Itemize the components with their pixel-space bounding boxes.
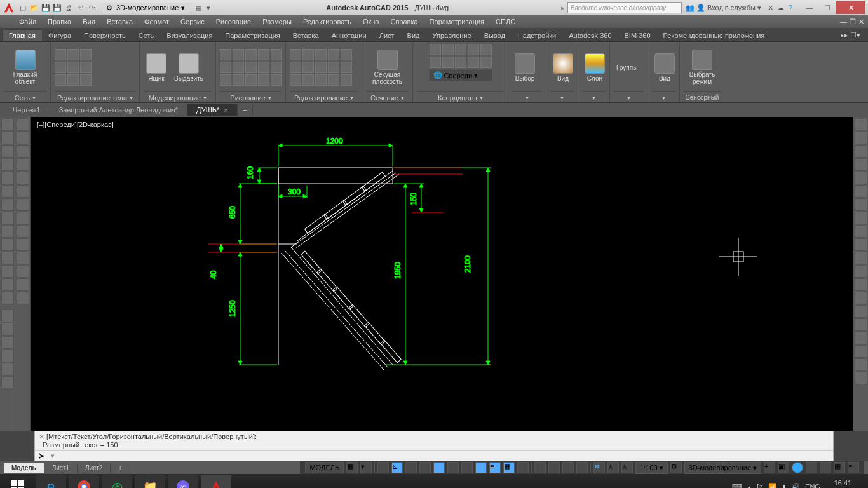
se-7[interactable] (55, 74, 66, 86)
doc-tab-1[interactable]: Чертеж1 (4, 104, 50, 116)
tray-flag-icon[interactable]: 🏳 (756, 483, 763, 488)
md-13[interactable] (315, 74, 327, 86)
md-9[interactable] (328, 62, 339, 73)
sb-anno[interactable]: ✲ (593, 462, 605, 473)
saveas-icon[interactable]: 💾 (52, 3, 62, 13)
menu-format[interactable]: Формат (144, 18, 169, 25)
panel-mesh-title[interactable]: Сеть ▾ (4, 91, 46, 102)
lt2-2[interactable] (17, 132, 29, 144)
menu-help[interactable]: Справка (390, 18, 417, 25)
exchange-icon[interactable]: ✕ (765, 3, 775, 13)
menu-file[interactable]: Файл (19, 18, 36, 25)
panel-solidedit-title[interactable]: Редактирование тела ▾ (55, 91, 135, 102)
tab-layout2[interactable]: Лист2 (78, 463, 111, 473)
tray-lang[interactable]: ENG (805, 483, 820, 488)
panel-sel-title[interactable]: ▾ (512, 91, 542, 102)
sb-ortho[interactable]: ⊾ (391, 462, 403, 473)
lt1-2[interactable] (1, 132, 14, 144)
rt-12[interactable] (855, 265, 867, 278)
lt1-1[interactable] (1, 118, 14, 131)
sb-osnap[interactable] (433, 462, 445, 473)
new-icon[interactable]: ▢ (18, 3, 28, 13)
rt-11[interactable] (855, 252, 867, 264)
lt2-10[interactable] (17, 238, 29, 251)
md-4[interactable] (328, 49, 339, 60)
panel-view-title[interactable]: ▾ (550, 91, 574, 102)
rt-6[interactable] (855, 185, 867, 198)
panel-modeling-title[interactable]: Моделирование ▾ (144, 91, 212, 102)
md-11[interactable] (290, 74, 301, 86)
lt2-3[interactable] (17, 145, 29, 158)
sb-model[interactable]: МОДЕЛЬ (305, 462, 344, 473)
menu-dimension[interactable]: Размеры (262, 18, 292, 25)
sb-anno3[interactable]: ⋏ (621, 462, 633, 473)
tray-clock[interactable]: 16:41 22.09.2016 (825, 479, 860, 488)
rt-9[interactable] (855, 225, 867, 238)
se-9[interactable] (80, 74, 92, 86)
tab-annotate[interactable]: Аннотации (325, 30, 373, 41)
md-10[interactable] (341, 62, 352, 73)
sb-cust[interactable]: ▦ (834, 462, 845, 473)
taskbar-explorer[interactable]: 📁 (135, 475, 165, 488)
plot-icon[interactable]: 🖨 (64, 3, 74, 13)
rt-18[interactable] (855, 345, 867, 358)
lt2-4[interactable] (17, 158, 29, 171)
command-line[interactable]: ✕ [Мтекст/Текст/Угол/Горизонтальный/Верт… (34, 431, 834, 461)
workspace-selector[interactable]: ⚙ 3D-моделирование ▾ (102, 3, 189, 13)
panel-coords-title[interactable]: Координаты ▾ (417, 91, 504, 102)
tab-layout1[interactable]: Лист1 (44, 463, 78, 473)
lt1-20[interactable] (1, 376, 14, 389)
save-icon[interactable]: 💾 (41, 3, 51, 13)
tab-manage[interactable]: Управление (426, 30, 477, 41)
lt1-8[interactable] (1, 212, 14, 224)
lt2-14[interactable] (17, 292, 29, 304)
lt1-4[interactable] (1, 158, 14, 171)
taskbar-autocad[interactable] (201, 475, 231, 488)
dr-6[interactable] (220, 62, 231, 73)
md-5[interactable] (341, 49, 352, 60)
ribbon-overflow[interactable]: ▸▸ ☐▾ (836, 29, 865, 41)
layers-button[interactable]: Слои (582, 52, 607, 83)
sb-otrack[interactable] (447, 462, 459, 473)
rt-15[interactable] (855, 305, 867, 318)
tab-insert[interactable]: Вставка (287, 30, 325, 41)
panel-view2-title[interactable]: ▾ (652, 91, 675, 102)
selection-button[interactable]: Выбор (512, 52, 538, 83)
dr-2[interactable] (233, 49, 244, 60)
tray-expand-icon[interactable]: ▴ (747, 483, 751, 489)
doc-restore-button[interactable]: ❐ (850, 18, 856, 26)
panel-draw-title[interactable]: Рисование ▾ (220, 91, 281, 102)
dr-4[interactable] (258, 49, 269, 60)
section-plane-button[interactable]: Секущая плоскость (366, 48, 409, 86)
lt1-5[interactable] (1, 172, 14, 184)
rt-14[interactable] (855, 292, 867, 304)
tab-addins[interactable]: Надстройки (512, 30, 562, 41)
lt1-6[interactable] (1, 185, 14, 198)
taskbar-viber[interactable]: ✆ (168, 475, 198, 488)
sb-dropdown-1[interactable]: ▾ (360, 462, 372, 473)
lt2-11[interactable] (17, 252, 29, 264)
md-15[interactable] (341, 74, 352, 86)
ucs-7[interactable] (442, 57, 454, 68)
lt1-16[interactable] (1, 323, 14, 336)
sb-menu[interactable]: ≡ (848, 462, 859, 473)
dr-14[interactable] (258, 74, 269, 86)
tab-layout[interactable]: Лист (373, 30, 401, 41)
a360-icon[interactable]: ☁ (775, 3, 785, 13)
ucs-9[interactable] (468, 57, 479, 68)
doc-minimize-button[interactable]: — (840, 18, 847, 26)
tab-parametric[interactable]: Параметризация (219, 30, 286, 41)
menu-view[interactable]: Вид (83, 18, 95, 25)
sb-grid[interactable]: ▦ (346, 462, 358, 473)
menu-draw[interactable]: Рисование (216, 18, 251, 25)
se-1[interactable] (55, 49, 66, 60)
ucs-4[interactable] (468, 44, 479, 55)
sb-dyn[interactable] (475, 462, 487, 473)
dr-10[interactable] (271, 62, 282, 73)
lt1-9[interactable] (1, 225, 14, 238)
se-2[interactable] (67, 49, 79, 60)
cmd-close-icon[interactable]: ✕ (39, 433, 44, 440)
panel-section-title[interactable]: Сечение ▾ (366, 91, 409, 102)
tray-battery-icon[interactable]: ▮ (782, 483, 786, 489)
md-7[interactable] (302, 62, 314, 73)
